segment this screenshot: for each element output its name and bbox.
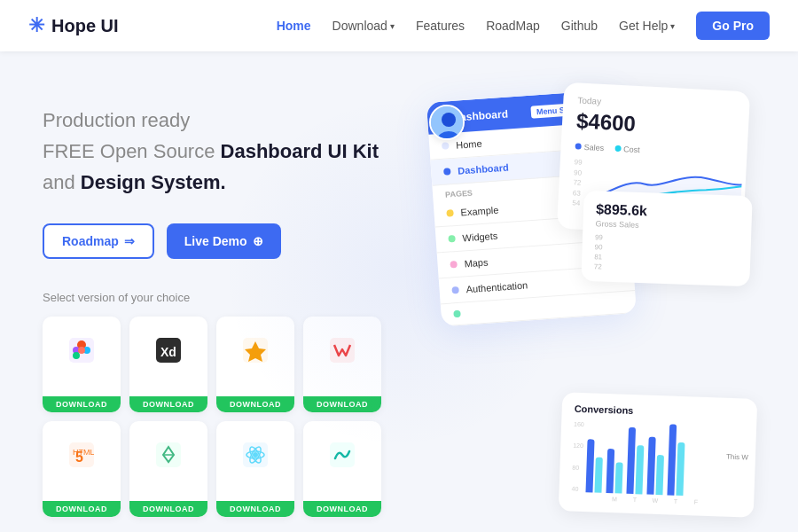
dm-home-dot xyxy=(442,142,450,150)
conv-bar-1-0 xyxy=(606,449,614,493)
conv-bar-0-1 xyxy=(594,458,602,493)
svg-point-21 xyxy=(442,113,456,127)
nav-features[interactable]: Features xyxy=(416,19,465,33)
nav-roadmap[interactable]: RoadMap xyxy=(486,19,540,33)
download-badge-figma: DOWNLOAD xyxy=(43,396,121,412)
version-icon-html5: 5HTML xyxy=(60,434,103,476)
dm-widgets-label: Widgets xyxy=(462,231,497,244)
dm-dash-label: Dashboard xyxy=(458,162,509,176)
conv-bar-3-0 xyxy=(646,437,655,495)
dm-auth-label: Authentication xyxy=(466,279,528,294)
dm-maps-dot xyxy=(450,261,458,269)
version-icon-vue xyxy=(147,434,190,476)
conv-title: Conversions xyxy=(575,403,745,420)
nav-gethelp[interactable]: Get Help▾ xyxy=(619,19,675,33)
main-nav: Home Download▾ Features RoadMap Github G… xyxy=(277,12,770,40)
dm-extra-dot xyxy=(453,310,461,318)
dm-example-dot xyxy=(446,209,454,217)
conv-bar-3-1 xyxy=(655,455,664,495)
dm-auth-dot xyxy=(451,286,459,294)
go-pro-button[interactable]: Go Pro xyxy=(696,12,770,40)
roadmap-button[interactable]: Roadmap ⇒ xyxy=(43,223,154,259)
svg-point-15 xyxy=(253,452,258,458)
conv-bar-4-0 xyxy=(667,424,677,495)
conv-bar-2-0 xyxy=(626,427,636,494)
conv-bar-group-0 xyxy=(585,439,603,493)
svg-text:Xd: Xd xyxy=(160,345,176,359)
gross-numbers: 99908172 xyxy=(594,233,739,276)
roadmap-icon: ⇒ xyxy=(124,234,135,248)
conv-chart xyxy=(585,421,707,497)
dm-example-label: Example xyxy=(460,205,499,218)
dm-maps-label: Maps xyxy=(464,257,489,270)
version-icon-xd: Xd xyxy=(147,329,190,372)
hero-section: Production ready FREE Open Source Dashbo… xyxy=(0,51,798,532)
conv-bar-0-0 xyxy=(585,439,594,492)
download-badge-vue: DOWNLOAD xyxy=(129,501,207,517)
version-icon-react xyxy=(234,434,277,476)
conv-x-labels: M T W T F xyxy=(606,496,704,505)
svg-point-4 xyxy=(73,352,80,359)
version-card-figma[interactable]: DOWNLOAD xyxy=(43,317,121,412)
nav-download[interactable]: Download▾ xyxy=(332,19,395,33)
conv-bar-group-1 xyxy=(606,449,623,494)
nav-github[interactable]: Github xyxy=(561,19,598,33)
stats-value: $4600 xyxy=(575,108,734,141)
conv-bar-2-1 xyxy=(635,445,644,494)
gross-sales-card: $895.6k Gross Sales 99908172 xyxy=(581,191,752,287)
stats-y-labels: 9990726354 xyxy=(572,158,583,207)
version-card-xd[interactable]: Xd DOWNLOAD xyxy=(129,317,207,412)
version-card-html5[interactable]: 5HTML DOWNLOAD xyxy=(43,421,121,517)
logo-icon: ✳ xyxy=(28,14,44,37)
conv-bar-4-1 xyxy=(676,442,685,496)
logo[interactable]: ✳ Hope UI xyxy=(28,14,119,37)
legend-sales: Sales xyxy=(575,142,604,153)
avatar xyxy=(429,105,465,140)
dm-home-label: Home xyxy=(456,138,482,151)
download-badge-xd: DOWNLOAD xyxy=(129,396,207,412)
conv-bar-group-2 xyxy=(626,427,645,495)
header: ✳ Hope UI Home Download▾ Features RoadMa… xyxy=(0,0,798,51)
nav-home[interactable]: Home xyxy=(277,19,311,33)
dm-dash-dot xyxy=(443,168,451,176)
download-badge-react: DOWNLOAD xyxy=(216,501,294,517)
version-card-vue[interactable]: DOWNLOAD xyxy=(129,421,207,517)
dm-widgets-dot xyxy=(448,235,456,243)
hero-right: ☰ Dashboard Menu Style › Home Dashboard … xyxy=(415,87,755,532)
download-badge-html5: DOWNLOAD xyxy=(43,501,121,517)
brand-name: Hope UI xyxy=(51,16,119,36)
stats-legend: Sales Cost xyxy=(575,142,732,159)
conv-bar-1-1 xyxy=(614,462,622,493)
conv-y-labels: 1601208040 xyxy=(571,421,583,492)
version-card-react[interactable]: DOWNLOAD xyxy=(216,421,294,517)
conv-chart-container: 1601208040 M T W T F xyxy=(571,421,744,507)
version-icon-figma xyxy=(60,329,103,372)
svg-point-5 xyxy=(78,347,85,354)
legend-cost: Cost xyxy=(614,145,640,154)
download-badge-tailwind: DOWNLOAD xyxy=(303,501,381,517)
conv-bar-group-4 xyxy=(667,424,685,496)
svg-text:HTML: HTML xyxy=(73,448,94,457)
conv-bar-group-3 xyxy=(646,437,664,496)
this-week-label: This W xyxy=(726,453,748,462)
